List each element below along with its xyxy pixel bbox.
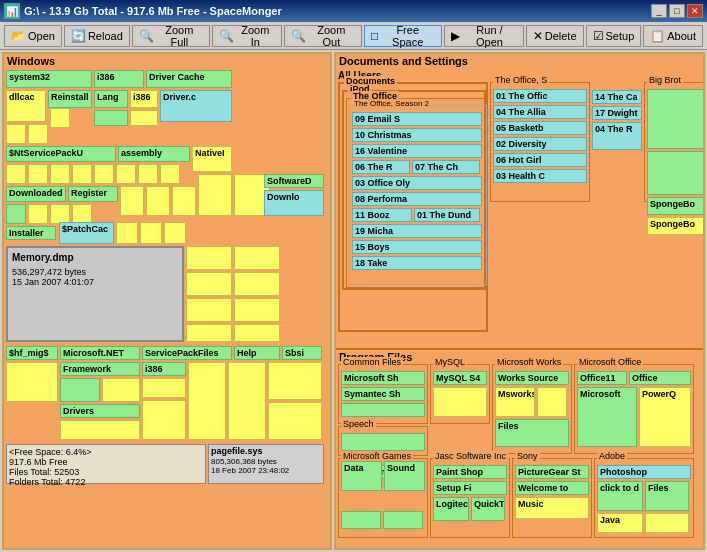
i386-row3-cell[interactable]: i386 — [142, 362, 186, 376]
nt-servicepack-cell[interactable]: $NtServicePackU — [6, 146, 116, 162]
data-cell[interactable]: Data — [341, 461, 382, 491]
ep-boys[interactable]: 15 Boys — [352, 240, 482, 254]
mswdata-cell[interactable] — [537, 387, 567, 417]
sbsi-cell[interactable]: Sbsi — [282, 346, 322, 360]
blk43[interactable] — [60, 420, 140, 440]
blk14[interactable] — [120, 186, 144, 216]
ep-office-olym[interactable]: 03 Office Oly — [352, 176, 482, 190]
mg-cell1[interactable] — [341, 511, 381, 529]
free-space-button[interactable]: □ Free Space — [364, 25, 442, 47]
ep-booz[interactable]: 11 Booz — [352, 208, 412, 222]
memory-dmp-cell[interactable]: Memory.dmp 536,297,472 bytes 15 Jan 2007… — [6, 246, 184, 342]
mswfiles-cell[interactable]: Files — [495, 419, 569, 447]
i386-cell[interactable]: i386 — [94, 70, 144, 88]
blk40[interactable] — [6, 362, 58, 402]
ep-dund[interactable]: 01 The Dund — [414, 208, 480, 222]
common-sh-cell[interactable] — [341, 403, 425, 417]
ep-micha[interactable]: 19 Micha — [352, 224, 482, 238]
picturegear-cell[interactable]: PictureGear St — [515, 465, 589, 479]
blk45[interactable] — [142, 400, 186, 440]
blk9[interactable] — [72, 164, 92, 184]
spongeb1[interactable]: SpongeBo — [647, 197, 705, 215]
blk24[interactable] — [140, 222, 162, 244]
office-cell[interactable]: Office — [629, 371, 691, 385]
blk11[interactable] — [116, 164, 136, 184]
java-cell[interactable]: Java — [597, 513, 643, 533]
installer-cell[interactable]: Installer — [6, 226, 56, 240]
blk33[interactable] — [234, 324, 280, 342]
dllcache-cell[interactable]: dllcac — [6, 90, 46, 122]
blk8[interactable] — [50, 164, 70, 184]
help-cell[interactable]: Help — [234, 346, 280, 360]
off-s6[interactable]: 03 Health C — [493, 169, 587, 183]
off-s5[interactable]: 06 Hot Girl — [493, 153, 587, 167]
photoshop-cell[interactable]: Photoshop — [597, 465, 691, 479]
sym-sh-cell[interactable]: Symantec Sh — [341, 387, 425, 401]
zoom-full-button[interactable]: 🔍 Zoom Full — [132, 25, 210, 47]
music-cell[interactable]: Music — [515, 497, 589, 519]
mysql-s-cell[interactable]: MySQL S4 — [433, 371, 487, 385]
block4[interactable] — [94, 110, 128, 126]
nativei-cell[interactable]: NativeI — [192, 146, 232, 172]
framework-cell[interactable]: Framework — [60, 362, 140, 376]
blk32[interactable] — [186, 324, 232, 342]
softwared-cell[interactable]: SoftwareD — [264, 174, 324, 188]
ep-take[interactable]: 18 Take — [352, 256, 482, 270]
blk25[interactable] — [164, 222, 186, 244]
block3[interactable] — [50, 108, 70, 128]
hf-mig-cell[interactable]: $hf_mig$ — [6, 346, 58, 360]
blk41[interactable] — [60, 378, 100, 402]
zoom-in-button[interactable]: 🔍 Zoom In — [212, 25, 282, 47]
big-broth1[interactable] — [647, 89, 705, 149]
blk46[interactable] — [188, 362, 226, 440]
about-button[interactable]: 📋 About — [643, 25, 703, 47]
block1[interactable] — [6, 124, 26, 144]
works-source-cell[interactable]: Works Source — [495, 371, 569, 385]
welcome-cell[interactable]: Welcome to — [515, 481, 589, 495]
lang-cell[interactable]: Lang — [94, 90, 128, 108]
blk48[interactable] — [268, 362, 322, 400]
blk23[interactable] — [116, 222, 138, 244]
paint-shop-cell[interactable]: Paint Shop — [433, 465, 507, 479]
close-button[interactable]: ✕ — [687, 4, 703, 18]
ms-office-cell[interactable]: Microsoft — [577, 387, 637, 447]
sound-cell[interactable]: Sound — [384, 461, 425, 491]
register-cell[interactable]: Register — [68, 186, 118, 202]
setup-button[interactable]: ☑ Setup — [586, 25, 642, 47]
blk13[interactable] — [160, 164, 180, 184]
spfiles-cell[interactable]: ServicePackFiles — [142, 346, 232, 360]
big-broth2[interactable] — [647, 151, 705, 195]
off-s2[interactable]: 04 The Allia — [493, 105, 587, 119]
downlo-cell[interactable]: Downlo — [264, 190, 324, 216]
ep-04r[interactable]: 04 The R — [592, 122, 642, 150]
blk10[interactable] — [94, 164, 114, 184]
blk6[interactable] — [6, 164, 26, 184]
blk31[interactable] — [234, 298, 280, 322]
blk47[interactable] — [228, 362, 266, 440]
ep-email[interactable]: 09 Email S — [352, 112, 482, 126]
delete-button[interactable]: ✕ Delete — [526, 25, 584, 47]
minimize-button[interactable]: _ — [651, 4, 667, 18]
blk15[interactable] — [146, 186, 170, 216]
mg-cell2[interactable] — [383, 511, 423, 529]
blk19[interactable] — [6, 204, 26, 224]
block5[interactable] — [130, 110, 158, 126]
off-s4[interactable]: 02 Diversity — [493, 137, 587, 151]
office11-cell[interactable]: Office11 — [577, 371, 627, 385]
reinstall-cell[interactable]: Reinstall — [48, 90, 92, 108]
blk21[interactable] — [50, 204, 70, 224]
logitech-cell[interactable]: Logitech — [433, 497, 469, 521]
quicktime-cell[interactable]: QuickTime — [471, 497, 505, 521]
ep-17dw[interactable]: 17 Dwight — [592, 106, 642, 120]
blk17[interactable] — [198, 174, 232, 216]
adobe-cell2[interactable]: Files — [645, 481, 689, 511]
blk30[interactable] — [186, 298, 232, 322]
mysql-data-cell[interactable] — [433, 387, 487, 417]
ep-14ca[interactable]: 14 The Ca — [592, 90, 642, 104]
pagefile-cell[interactable]: pagefile.sys 805,306,368 bytes 18 Feb 20… — [208, 444, 324, 484]
off-s1[interactable]: 01 The Offic — [493, 89, 587, 103]
msworks-cell[interactable]: Msworks — [495, 387, 535, 417]
downloaded-cell[interactable]: Downloaded In — [6, 186, 66, 202]
speech-cell[interactable] — [341, 433, 425, 451]
blk28[interactable] — [186, 272, 232, 296]
